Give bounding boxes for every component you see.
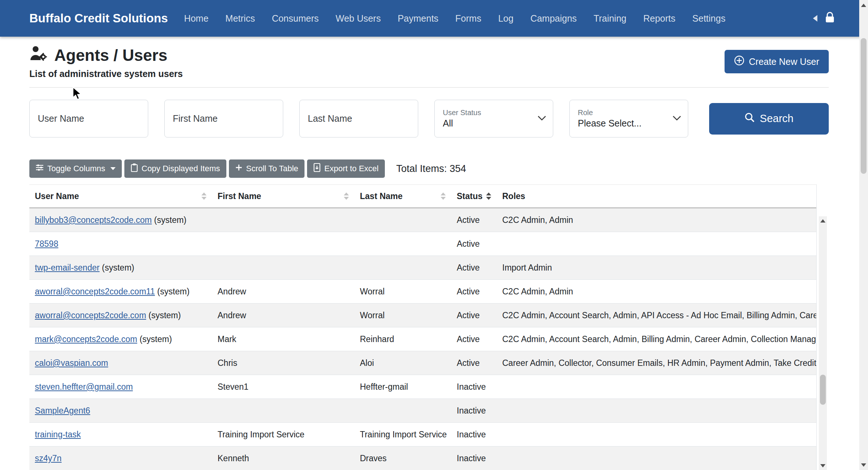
nav-item-log[interactable]: Log [498,13,514,24]
cell-first-name: Andrew [212,311,354,320]
cell-status: Active [451,239,497,249]
user-link[interactable]: twp-email-sender [35,263,99,272]
system-tag: (system) [152,215,187,225]
nav-item-reports[interactable]: Reports [643,13,676,24]
nav-item-settings[interactable]: Settings [692,13,725,24]
cell-roles: Career Admin, Collector, Consumer Emails… [497,358,816,368]
nav-item-campaigns[interactable]: Campaigns [530,13,577,24]
search-button[interactable]: Search [709,103,829,135]
user-link[interactable]: caloi@vaspian.com [35,358,108,368]
table-scrollbar[interactable] [819,216,827,470]
copy-displayed-items-button[interactable]: Copy Displayed Items [124,159,226,178]
cell-status: Active [451,311,497,320]
cell-status: Inactive [451,382,497,392]
collapse-arrow-icon[interactable] [813,15,817,22]
last-name-input[interactable] [299,100,418,137]
cell-roles: C2C Admin, Account Search, Admin, API Ac… [497,311,816,320]
system-tag: (system) [146,311,181,320]
nav-item-training[interactable]: Training [594,13,626,24]
user-link[interactable]: billybob3@concepts2code.com [35,215,152,225]
table-row: sz4y7nKennethDravesInactive [29,447,816,470]
column-header-first-name[interactable]: First Name [212,191,354,201]
user-link[interactable]: SampleAgent6 [35,406,90,415]
cell-user-name: training-task [29,430,212,440]
page-content: Agents / Users List of administrative sy… [0,45,868,470]
first-name-input[interactable] [164,100,283,137]
cell-first-name: Mark [212,334,354,344]
scroll-to-table-button[interactable]: Scroll To Table [229,159,304,178]
cell-status: Active [451,263,497,273]
cell-user-name: steven.heffter@gmail.com [29,382,212,392]
cell-first-name: Chris [212,358,354,368]
nav-item-web-users[interactable]: Web Users [336,13,381,24]
nav-item-payments[interactable]: Payments [398,13,438,24]
system-tag: (system) [137,334,172,344]
app-brand[interactable]: Buffalo Credit Solutions [29,11,168,25]
excel-file-icon [313,163,321,174]
chevron-down-icon [537,115,546,122]
scrollbar-thumb[interactable] [861,38,867,174]
plus-icon [235,164,242,173]
column-header-status[interactable]: Status [451,191,497,201]
search-icon [744,112,755,125]
page-scrollbar[interactable] [859,0,868,470]
scroll-up-icon[interactable] [859,1,868,10]
cell-last-name: Aloi [354,358,451,368]
nav-item-metrics[interactable]: Metrics [225,13,255,24]
cell-last-name: Worral [354,311,451,320]
cell-first-name: Kenneth [212,454,354,463]
navbar: Buffalo Credit Solutions HomeMetricsCons… [0,0,868,37]
user-link[interactable]: aworral@concepts2code.com [35,311,146,320]
nav-item-consumers[interactable]: Consumers [272,13,319,24]
column-header-roles[interactable]: Roles [497,191,816,201]
table-row: mark@concepts2code.com (system)MarkReinh… [29,327,816,351]
user-link[interactable]: mark@concepts2code.com [35,334,137,344]
cell-roles: C2C Admin, Admin [497,215,816,225]
create-new-user-button[interactable]: Create New User [725,50,829,73]
cell-status: Active [451,215,497,225]
column-header-last-name[interactable]: Last Name [354,191,451,201]
cell-status: Inactive [451,430,497,440]
scroll-down-icon[interactable] [859,460,868,469]
nav-item-home[interactable]: Home [184,13,209,24]
cell-last-name: Worral [354,287,451,297]
cell-last-name: Draves [354,454,451,463]
scroll-down-icon[interactable] [819,461,827,470]
role-select[interactable]: Role Please Select... [569,100,688,137]
cell-roles: C2C Admin, Account Search, Admin, Billin… [497,334,816,344]
cell-roles: Import Admin [497,263,816,273]
cell-last-name: Training Import Service [354,430,451,440]
sort-icon [198,192,207,200]
table-row: caloi@vaspian.comChrisAloiActiveCareer A… [29,351,816,375]
main-nav: HomeMetricsConsumersWeb UsersPaymentsFor… [184,13,726,24]
lock-icon[interactable] [825,12,835,25]
user-name-input[interactable] [29,100,148,137]
navbar-right [813,12,835,25]
sort-icon [438,192,446,200]
user-link[interactable]: aworral@concepts2code.com11 [35,287,155,296]
total-items-count: Total Items: 354 [396,163,466,175]
caret-down-icon [110,167,116,170]
table-row: training-taskTraining Import ServiceTrai… [29,423,816,447]
column-header-user-name[interactable]: User Name [29,191,212,201]
user-link[interactable]: sz4y7n [35,454,62,463]
table-row: SampleAgent6Inactive [29,399,816,423]
user-link[interactable]: 78598 [35,239,58,249]
user-link[interactable]: training-task [35,430,81,439]
system-tag: (system) [155,287,190,296]
cell-user-name: aworral@concepts2code.com11 (system) [29,287,212,297]
toggle-columns-button[interactable]: Toggle Columns [29,159,122,178]
cell-first-name: Steven1 [212,382,354,392]
scrollbar-thumb[interactable] [820,375,826,405]
cell-user-name: mark@concepts2code.com (system) [29,334,212,344]
table-row: 78598Active [29,232,816,256]
scroll-up-icon[interactable] [819,216,827,225]
cell-user-name: aworral@concepts2code.com (system) [29,311,212,320]
clipboard-icon [131,163,138,174]
nav-item-forms[interactable]: Forms [455,13,481,24]
cell-status: Inactive [451,454,497,463]
export-to-excel-button[interactable]: Export to Excel [307,159,385,178]
user-status-select[interactable]: User Status All [434,100,553,137]
cell-roles: C2C Admin, Admin [497,287,816,297]
user-link[interactable]: steven.heffter@gmail.com [35,382,133,392]
